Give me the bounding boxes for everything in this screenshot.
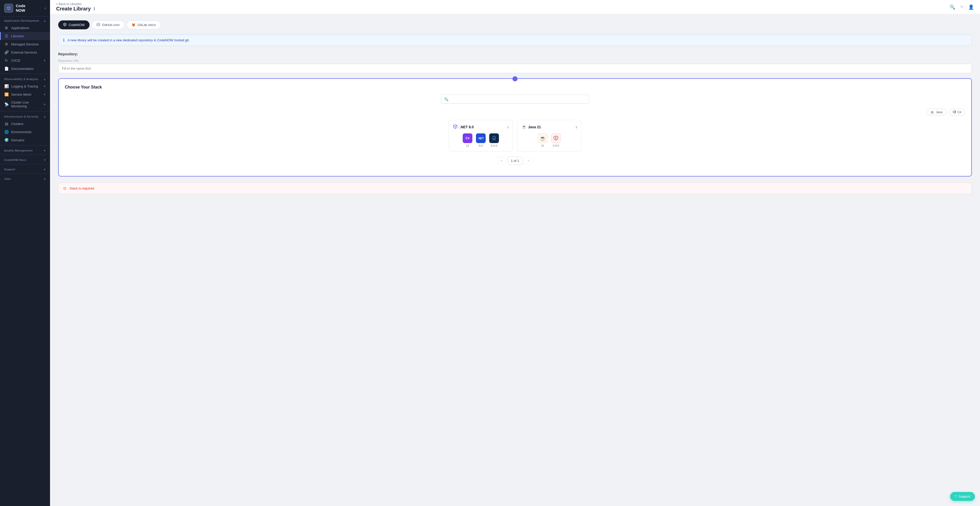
support-button[interactable]: ? Support (950, 492, 975, 501)
tab-gitlab[interactable]: 🦊 GitLab stxcn (127, 21, 161, 29)
sidebar-item-cicd[interactable]: ↻ CI/CD ▼ (0, 56, 50, 65)
dotnet-tech-icon: .NET (476, 133, 486, 143)
section-chevron-jobs: ▼ (43, 178, 46, 180)
filter-chip-java[interactable]: ☕ Java (926, 109, 946, 116)
sidebar-item-environments[interactable]: 🌐 Environments (0, 128, 50, 136)
dotnet-card-info-icon[interactable]: ℹ (508, 125, 509, 129)
java-card-header: ☕ Java 21 ℹ (522, 124, 577, 130)
csharp-tech-icon: C# (463, 133, 473, 143)
topbar: < Back to Libraries Create Library ℹ 🔍 ⑂… (50, 0, 980, 14)
svg-point-2 (97, 23, 100, 26)
repository-url-input[interactable] (58, 64, 972, 73)
service-mesh-icon: 🔀 (4, 92, 9, 97)
stack-card-java[interactable]: ☕ Java 21 ℹ ☕ 21 (517, 120, 581, 151)
logo-icon (4, 3, 13, 13)
dotnet-card-header: .NET 8.0 ℹ (453, 124, 509, 130)
next-page-btn[interactable]: > (525, 157, 533, 165)
content-area: CodeNOW GitHub.com 🦊 GitLab stxcn ℹ A ne… (50, 14, 980, 506)
java-chip-icon: ☕ (930, 110, 934, 114)
section-chevron-infra: ▲ (43, 115, 46, 118)
sidebar-item-cluster-monitoring[interactable]: 📡 Cluster Live Monitoring ▼ (0, 98, 50, 110)
info-banner: ℹ A new library will be created in a new… (58, 35, 972, 46)
java-card-info-icon[interactable]: ℹ (576, 125, 577, 129)
filter-chips: ☕ Java C# C# (65, 109, 965, 116)
section-chevron-quality: ▼ (43, 149, 46, 152)
environments-icon: 🌐 (4, 130, 9, 134)
tab-github[interactable]: GitHub.com (92, 21, 124, 29)
external-services-icon: 🔗 (4, 50, 9, 54)
sidebar-item-domains[interactable]: 🌍 Domains (0, 136, 50, 144)
section-chevron-docs: ▼ (43, 159, 46, 162)
tech-item-csharp: C# 12 (463, 133, 473, 147)
sidebar: CodeNOW ‹ Application Development ▲ ⊞ Ap… (0, 0, 50, 506)
service-mesh-chevron: ▼ (43, 93, 46, 96)
title-info-icon[interactable]: ℹ (94, 6, 95, 11)
back-to-libraries-link[interactable]: < Back to Libraries (56, 2, 945, 6)
error-banner: ⊙ Stack is required (58, 182, 972, 194)
tech-item-dotnet: .NET 8.0 (476, 133, 486, 147)
docs-icon: 📄 (4, 67, 9, 71)
error-icon: ⊙ (63, 186, 66, 191)
stack-chooser-dot (512, 76, 517, 81)
sidebar-item-service-mesh[interactable]: 🔀 Service Mesh ▼ (0, 90, 50, 98)
dotnet-extra-icon (489, 133, 499, 143)
section-header-infra[interactable]: Infrastructure & Security ▲ (0, 113, 50, 120)
repo-url-label: Repository URL (58, 59, 972, 62)
section-chevron-app-dev: ▲ (43, 19, 46, 22)
java-card-name: Java 21 (528, 125, 574, 129)
domains-icon: 🌍 (4, 138, 9, 142)
java-techs: ☕ 21 3 (522, 133, 577, 147)
stack-search-input[interactable] (441, 95, 589, 103)
gitlab-tab-icon: 🦊 (131, 23, 135, 27)
prev-page-btn[interactable]: < (497, 157, 506, 165)
topbar-actions: 🔍 ⑂ 👤 (950, 4, 974, 10)
stack-cards: .NET 8.0 ℹ C# 12 .NET 8.0 (449, 120, 581, 151)
codenow-tab-icon (63, 23, 67, 27)
libraries-icon: ☰ (4, 34, 9, 38)
sidebar-collapse-btn[interactable]: ‹ (45, 6, 46, 11)
section-header-support[interactable]: Support ▼ (0, 165, 50, 173)
page-title: Create Library ℹ (56, 6, 945, 12)
section-header-codenow-docs[interactable]: CodeNOW Docs ▼ (0, 156, 50, 163)
sidebar-logo: CodeNOW ‹ (0, 0, 50, 17)
sidebar-item-applications[interactable]: ⊞ Applications (0, 24, 50, 32)
clusters-icon: ▤ (4, 122, 9, 126)
cicd-icon: ↻ (4, 59, 9, 62)
topbar-title-area: < Back to Libraries Create Library ℹ (56, 2, 945, 12)
sidebar-item-logging[interactable]: 📊 Logging & Tracing ▼ (0, 82, 50, 90)
java-card-icon: ☕ (522, 124, 526, 130)
section-header-jobs[interactable]: Jobs ▼ (0, 175, 50, 182)
section-header-observability[interactable]: Observability & Analysis ▲ (0, 75, 50, 82)
stack-search-wrapper: 🔍 (441, 95, 589, 103)
sidebar-item-libraries[interactable]: ☰ Libraries (0, 32, 50, 40)
stack-card-dotnet[interactable]: .NET 8.0 ℹ C# 12 .NET 8.0 (449, 120, 513, 151)
info-banner-icon: ℹ (63, 38, 65, 43)
section-header-app-dev[interactable]: Application Development ▲ (0, 17, 50, 24)
github-tab-icon (97, 23, 100, 27)
sidebar-item-clusters[interactable]: ▤ Clusters (0, 120, 50, 128)
search-icon[interactable]: 🔍 (950, 4, 955, 10)
cicd-chevron: ▼ (43, 59, 46, 62)
svg-text:☕: ☕ (522, 125, 526, 129)
git-icon[interactable]: ⑂ (960, 4, 963, 10)
section-header-quality[interactable]: Quality Management ▼ (0, 146, 50, 154)
stack-chooser: Choose Your Stack 🔍 ☕ Java C# C# (58, 78, 972, 176)
support-icon: ? (955, 495, 956, 498)
csharp-chip-icon: C# (953, 110, 956, 114)
logo-text: CodeNOW (16, 3, 25, 13)
sidebar-item-documentation[interactable]: 📄 Documentation (0, 65, 50, 73)
java-tech-icon: ☕ (538, 133, 547, 143)
cluster-mon-chevron: ▼ (43, 103, 46, 106)
tab-codenow[interactable]: CodeNOW (58, 21, 89, 29)
filter-chip-csharp[interactable]: C# C# (949, 109, 965, 116)
logging-icon: 📊 (4, 84, 9, 88)
sidebar-item-external-services[interactable]: 🔗 External Services (0, 48, 50, 56)
section-chevron-observability: ▲ (43, 78, 46, 81)
sidebar-item-managed-services[interactable]: ⚙ Managed Services (0, 40, 50, 48)
repository-section: Repository: Repository URL (58, 52, 972, 73)
tech-item-dotnet-extra: 6.5.0 (489, 133, 499, 147)
tech-item-maven: 3.9.9 (551, 133, 561, 147)
svg-text:C#: C# (953, 111, 956, 113)
user-icon[interactable]: 👤 (968, 4, 974, 10)
tech-item-java: ☕ 21 (538, 133, 547, 147)
